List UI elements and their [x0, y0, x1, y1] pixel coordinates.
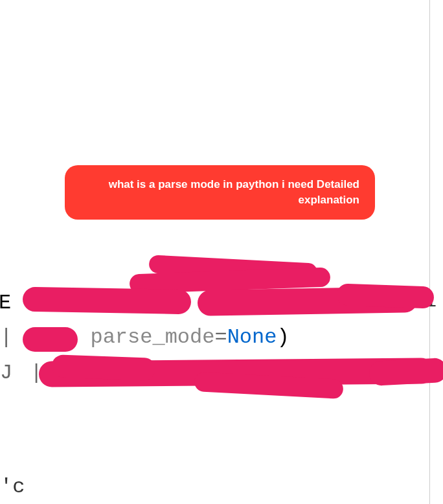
code-param-name: parse_mode — [90, 325, 214, 349]
page-divider — [429, 0, 430, 504]
code-equals: = — [214, 325, 227, 349]
code-param-value: None — [227, 325, 277, 349]
redaction-stroke — [336, 283, 434, 308]
code-bottom-fragment: 'c — [0, 475, 25, 499]
redaction-stroke — [369, 358, 443, 386]
redaction-stroke — [23, 327, 78, 352]
redaction-stroke — [51, 354, 155, 381]
code-fragment-e: E — [0, 286, 11, 319]
user-message-bubble: what is a parse mode in paython i need D… — [65, 165, 375, 220]
redaction-stroke — [23, 287, 192, 315]
user-message-text: what is a parse mode in paython i need D… — [109, 178, 359, 206]
code-close-paren: ) — [277, 325, 289, 349]
